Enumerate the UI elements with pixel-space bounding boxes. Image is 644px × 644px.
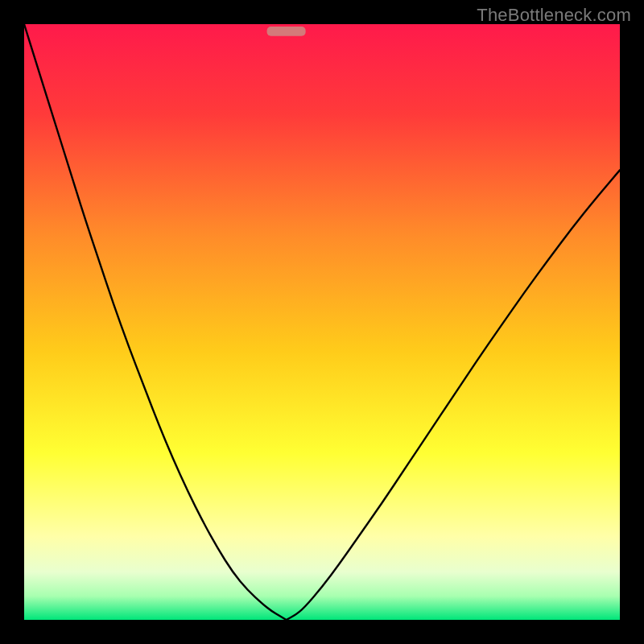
watermark-text: TheBottleneck.com: [477, 5, 631, 26]
gradient-background: [24, 24, 620, 620]
chart-frame: TheBottleneck.com: [0, 0, 644, 644]
optimum-marker: [267, 27, 306, 36]
plot-area: [24, 24, 620, 620]
bottleneck-chart: [24, 24, 620, 620]
